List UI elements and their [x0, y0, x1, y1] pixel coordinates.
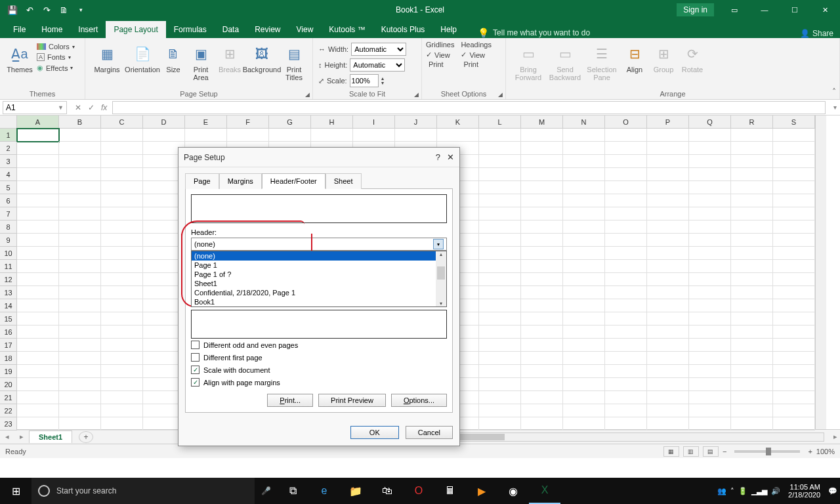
row-header[interactable]: 16	[0, 326, 17, 339]
cell[interactable]	[731, 404, 773, 417]
cell[interactable]	[731, 312, 773, 326]
tab-help[interactable]: Help	[432, 21, 465, 38]
cell[interactable]	[59, 234, 101, 247]
cell[interactable]	[647, 286, 689, 299]
cell[interactable]	[59, 417, 101, 430]
cell[interactable]	[479, 129, 521, 142]
calculator-icon[interactable]: 🖩	[434, 478, 466, 504]
cell[interactable]	[563, 312, 605, 326]
cell[interactable]	[101, 391, 143, 404]
tab-kutools-plus[interactable]: Kutools Plus	[373, 21, 433, 38]
fonts-button[interactable]: AFonts▾	[35, 52, 76, 62]
cell[interactable]	[773, 168, 815, 181]
cell[interactable]	[17, 129, 59, 142]
cell[interactable]	[101, 155, 143, 168]
cell[interactable]	[689, 286, 731, 299]
cell[interactable]	[563, 273, 605, 286]
battery-icon[interactable]: 🔋	[738, 487, 747, 495]
tab-home[interactable]: Home	[33, 21, 70, 38]
cell[interactable]	[479, 273, 521, 286]
bring-forward-button[interactable]: ▭Bring Forward	[510, 41, 547, 81]
cell[interactable]	[689, 234, 731, 247]
cell[interactable]	[605, 260, 647, 273]
headings-view-checkbox[interactable]: ✓View	[461, 50, 491, 60]
cell[interactable]	[563, 378, 605, 391]
cell[interactable]	[647, 247, 689, 260]
cell[interactable]	[479, 378, 521, 391]
cell[interactable]	[17, 234, 59, 247]
column-header[interactable]: H	[311, 116, 353, 129]
cell[interactable]	[59, 247, 101, 260]
cell[interactable]	[605, 247, 647, 260]
cell[interactable]	[59, 339, 101, 352]
cell[interactable]	[731, 417, 773, 430]
cell[interactable]	[521, 273, 563, 286]
cell[interactable]	[647, 234, 689, 247]
breaks-button[interactable]: ⊞Breaks	[215, 41, 244, 81]
undo-icon[interactable]: ↶	[22, 3, 37, 17]
cell[interactable]	[17, 194, 59, 207]
cell[interactable]	[689, 194, 731, 207]
cell[interactable]	[479, 299, 521, 312]
cell[interactable]	[731, 286, 773, 299]
cell[interactable]	[773, 260, 815, 273]
cell[interactable]	[59, 168, 101, 181]
column-header[interactable]: C	[101, 116, 143, 129]
cell[interactable]	[521, 220, 563, 234]
header-combo-option[interactable]: Sheet1	[192, 279, 446, 288]
chevron-down-icon[interactable]: ▼	[58, 104, 64, 111]
align-button[interactable]: ⊟Align	[620, 41, 649, 81]
cell[interactable]	[689, 168, 731, 181]
cell[interactable]	[647, 378, 689, 391]
cell[interactable]	[17, 260, 59, 273]
start-button[interactable]: ⊞	[0, 478, 32, 504]
store-icon[interactable]: 🛍	[371, 478, 403, 504]
row-header[interactable]: 18	[0, 352, 17, 365]
select-all-corner[interactable]	[0, 116, 17, 129]
cell[interactable]	[479, 404, 521, 417]
zoom-out-icon[interactable]: −	[723, 448, 726, 455]
cell[interactable]	[731, 207, 773, 220]
cell[interactable]	[563, 181, 605, 194]
scale-input[interactable]	[350, 74, 379, 87]
cell[interactable]	[731, 168, 773, 181]
cell[interactable]	[311, 129, 353, 142]
row-header[interactable]: 5	[0, 181, 17, 194]
cell[interactable]	[773, 365, 815, 378]
cell[interactable]	[17, 365, 59, 378]
cell[interactable]	[59, 326, 101, 339]
cell[interactable]	[479, 207, 521, 220]
page-layout-view-icon[interactable]: ▥	[683, 446, 699, 457]
cell[interactable]	[773, 378, 815, 391]
cell[interactable]	[773, 220, 815, 234]
cell[interactable]	[563, 391, 605, 404]
cell[interactable]	[647, 273, 689, 286]
zoom-slider[interactable]	[734, 450, 800, 453]
column-header[interactable]: D	[143, 116, 185, 129]
cell[interactable]	[647, 155, 689, 168]
cell[interactable]	[521, 286, 563, 299]
options-button[interactable]: Options...	[391, 394, 447, 407]
cell[interactable]	[17, 326, 59, 339]
customize-qat-icon[interactable]: ▾	[74, 3, 88, 17]
cell[interactable]	[563, 286, 605, 299]
cell[interactable]	[731, 352, 773, 365]
cell[interactable]	[563, 247, 605, 260]
header-combo-option[interactable]: Book1	[192, 297, 446, 306]
cell[interactable]	[479, 391, 521, 404]
cell[interactable]	[17, 247, 59, 260]
cell[interactable]	[101, 312, 143, 326]
cell[interactable]	[521, 299, 563, 312]
cell[interactable]	[563, 168, 605, 181]
cell[interactable]	[101, 129, 143, 142]
cell[interactable]	[773, 339, 815, 352]
colors-button[interactable]: Colors▾	[35, 42, 76, 51]
dialog-close-icon[interactable]: ✕	[447, 152, 454, 162]
tab-view[interactable]: View	[289, 21, 322, 38]
cell[interactable]	[17, 378, 59, 391]
cell[interactable]	[773, 286, 815, 299]
cell[interactable]	[17, 391, 59, 404]
sheet-tab[interactable]: Sheet1	[29, 430, 72, 443]
selection-pane-button[interactable]: ☰Selection Pane	[583, 41, 620, 81]
cell[interactable]	[647, 194, 689, 207]
